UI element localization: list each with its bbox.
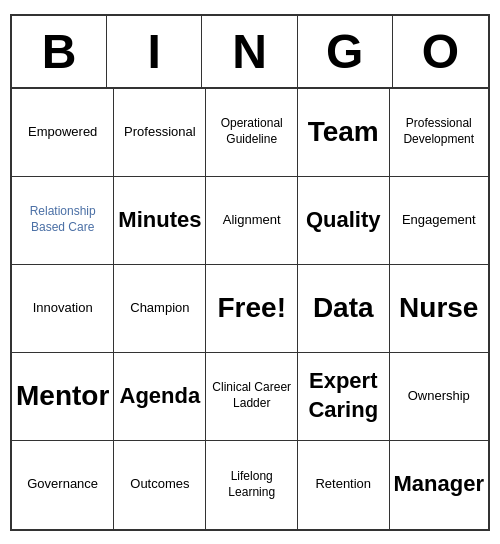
cell-text-24: Manager [394,470,484,499]
bingo-cell-6[interactable]: Minutes [114,177,206,265]
cell-text-13: Data [313,290,374,326]
bingo-cell-22[interactable]: Lifelong Learning [206,441,298,529]
bingo-cell-10[interactable]: Innovation [12,265,114,353]
cell-text-22: Lifelong Learning [210,469,293,500]
bingo-cell-13[interactable]: Data [298,265,390,353]
cell-text-11: Champion [130,300,189,317]
cell-text-3: Team [308,114,379,150]
cell-text-17: Clinical Career Ladder [210,380,293,411]
bingo-cell-15[interactable]: Mentor [12,353,114,441]
bingo-cell-8[interactable]: Quality [298,177,390,265]
cell-text-20: Governance [27,476,98,493]
bingo-header: B I N G O [12,16,488,89]
cell-text-10: Innovation [33,300,93,317]
bingo-cell-9[interactable]: Engagement [390,177,488,265]
letter-b: B [12,16,107,87]
bingo-cell-17[interactable]: Clinical Career Ladder [206,353,298,441]
cell-text-8: Quality [306,206,381,235]
letter-o: O [393,16,488,87]
cell-text-1: Professional [124,124,196,141]
cell-text-7: Alignment [223,212,281,229]
bingo-cell-1[interactable]: Professional [114,89,206,177]
bingo-cell-24[interactable]: Manager [390,441,488,529]
cell-text-4: Professional Development [394,116,484,147]
bingo-cell-21[interactable]: Outcomes [114,441,206,529]
cell-text-5: Relationship Based Care [16,204,109,235]
bingo-cell-3[interactable]: Team [298,89,390,177]
cell-text-21: Outcomes [130,476,189,493]
bingo-grid: EmpoweredProfessionalOperational Guideli… [12,89,488,529]
cell-text-14: Nurse [399,290,478,326]
bingo-cell-7[interactable]: Alignment [206,177,298,265]
cell-text-2: Operational Guideline [210,116,293,147]
cell-text-19: Ownership [408,388,470,405]
letter-g: G [298,16,393,87]
bingo-cell-14[interactable]: Nurse [390,265,488,353]
cell-text-23: Retention [315,476,371,493]
letter-i: I [107,16,202,87]
cell-text-9: Engagement [402,212,476,229]
letter-n: N [202,16,297,87]
cell-text-15: Mentor [16,378,109,414]
cell-text-18: Expert Caring [302,367,385,424]
bingo-cell-19[interactable]: Ownership [390,353,488,441]
cell-text-6: Minutes [118,206,201,235]
bingo-card: B I N G O EmpoweredProfessionalOperation… [10,14,490,531]
bingo-cell-23[interactable]: Retention [298,441,390,529]
bingo-cell-2[interactable]: Operational Guideline [206,89,298,177]
bingo-cell-16[interactable]: Agenda [114,353,206,441]
bingo-cell-0[interactable]: Empowered [12,89,114,177]
bingo-cell-4[interactable]: Professional Development [390,89,488,177]
bingo-cell-20[interactable]: Governance [12,441,114,529]
bingo-cell-11[interactable]: Champion [114,265,206,353]
cell-text-0: Empowered [28,124,97,141]
bingo-cell-18[interactable]: Expert Caring [298,353,390,441]
cell-text-16: Agenda [120,382,201,411]
bingo-cell-5[interactable]: Relationship Based Care [12,177,114,265]
cell-text-12: Free! [217,290,285,326]
bingo-cell-12[interactable]: Free! [206,265,298,353]
